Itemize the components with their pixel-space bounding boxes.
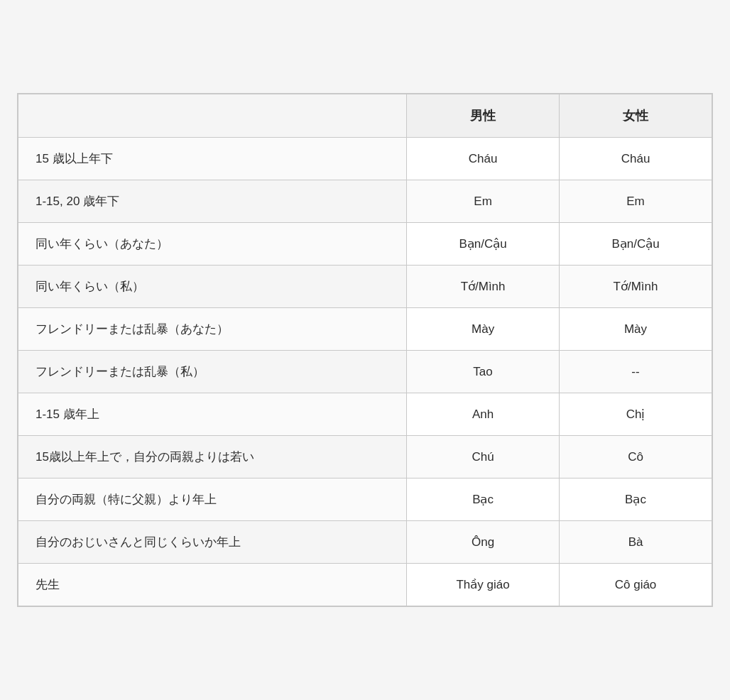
row-label: 同い年くらい（あなた） — [18, 223, 407, 266]
row-male-value: Tao — [407, 351, 560, 393]
table-row: フレンドリーまたは乱暴（私）Tao-- — [18, 351, 712, 393]
row-female-value: Chị — [560, 393, 712, 436]
header-female: 女性 — [560, 94, 712, 138]
row-label: フレンドリーまたは乱暴（あなた） — [18, 308, 407, 351]
table-row: フレンドリーまたは乱暴（あなた）MàyMày — [18, 308, 712, 351]
row-label: 自分のおじいさんと同じくらいか年上 — [18, 521, 407, 564]
row-female-value: Mày — [560, 308, 712, 351]
row-label: フレンドリーまたは乱暴（私） — [18, 351, 407, 393]
table-row: 同い年くらい（私）Tớ/MìnhTớ/Mình — [18, 266, 712, 308]
row-female-value: Cháu — [560, 138, 712, 180]
pronoun-table: 男性 女性 15 歳以上年下CháuCháu1-15, 20 歳年下EmEm同い… — [18, 94, 712, 606]
row-female-value: -- — [560, 351, 712, 393]
row-female-value: Bà — [560, 521, 712, 564]
row-female-value: Bạc — [560, 478, 712, 521]
table-row: 自分のおじいさんと同じくらいか年上ÔngBà — [18, 521, 712, 564]
row-female-value: Tớ/Mình — [560, 266, 712, 308]
table-row: 自分の両親（特に父親）より年上BạcBạc — [18, 478, 712, 521]
table-row: 先生Thầy giáoCô giáo — [18, 564, 712, 606]
row-male-value: Em — [407, 180, 560, 223]
row-male-value: Tớ/Mình — [407, 266, 560, 308]
header-empty — [18, 94, 407, 138]
row-male-value: Bạn/Cậu — [407, 223, 560, 266]
row-label: 自分の両親（特に父親）より年上 — [18, 478, 407, 521]
row-label: 先生 — [18, 564, 407, 606]
row-male-value: Chú — [407, 436, 560, 478]
row-male-value: Mày — [407, 308, 560, 351]
row-label: 15歳以上年上で，自分の両親よりは若い — [18, 436, 407, 478]
row-male-value: Cháu — [407, 138, 560, 180]
row-female-value: Cô giáo — [560, 564, 712, 606]
row-male-value: Anh — [407, 393, 560, 436]
row-male-value: Ông — [407, 521, 560, 564]
row-male-value: Bạc — [407, 478, 560, 521]
header-male: 男性 — [407, 94, 560, 138]
row-label: 1-15 歳年上 — [18, 393, 407, 436]
table-row: 1-15, 20 歳年下EmEm — [18, 180, 712, 223]
row-label: 同い年くらい（私） — [18, 266, 407, 308]
table-row: 同い年くらい（あなた）Bạn/CậuBạn/Cậu — [18, 223, 712, 266]
row-label: 1-15, 20 歳年下 — [18, 180, 407, 223]
row-female-value: Cô — [560, 436, 712, 478]
row-female-value: Em — [560, 180, 712, 223]
table-row: 15歳以上年上で，自分の両親よりは若いChúCô — [18, 436, 712, 478]
row-female-value: Bạn/Cậu — [560, 223, 712, 266]
main-table-wrapper: 男性 女性 15 歳以上年下CháuCháu1-15, 20 歳年下EmEm同い… — [17, 93, 713, 607]
row-male-value: Thầy giáo — [407, 564, 560, 606]
row-label: 15 歳以上年下 — [18, 138, 407, 180]
header-row: 男性 女性 — [18, 94, 712, 138]
table-row: 15 歳以上年下CháuCháu — [18, 138, 712, 180]
table-row: 1-15 歳年上AnhChị — [18, 393, 712, 436]
